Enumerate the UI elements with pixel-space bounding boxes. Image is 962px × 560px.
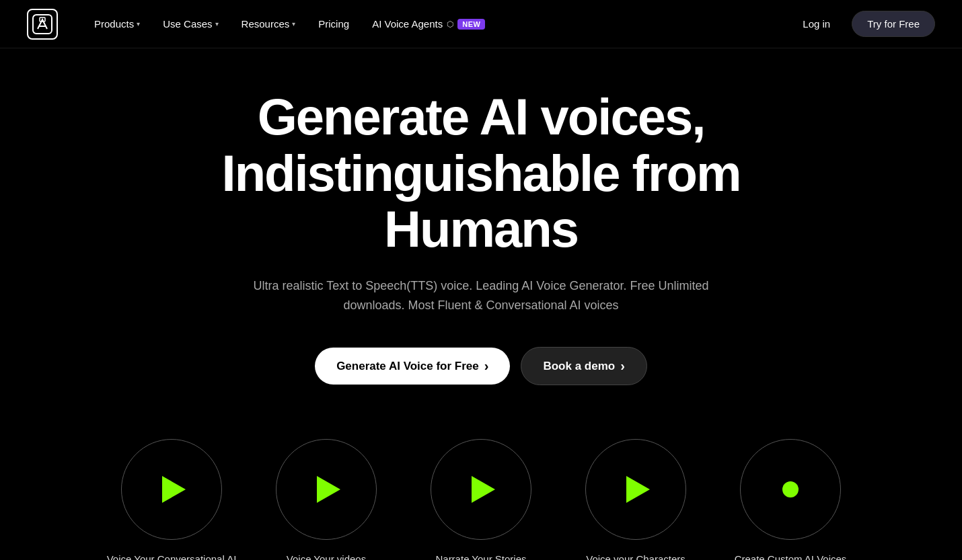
generate-voice-button[interactable]: Generate AI Voice for Free › [315,348,510,385]
hero-subtitle: Ultra realistic Text to Speech(TTS) voic… [252,276,710,315]
chevron-down-icon: ▾ [215,20,219,28]
arrow-right-icon: › [484,358,489,374]
nav-products[interactable]: Products ▾ [85,13,149,35]
dot-icon [782,481,799,497]
hero-title: Generate AI voices, Indistinguishable fr… [178,89,784,257]
voice-label-custom: Create Custom AI Voices [735,553,847,560]
nav-ai-voice-agents[interactable]: AI Voice Agents ⬡ NEW [363,13,494,35]
voice-label-videos: Voice Your videos [287,553,366,560]
logo-icon [27,9,58,40]
hero-section: Generate AI voices, Indistinguishable fr… [0,48,962,560]
voice-label-conversational: Voice Your Conversational AI [107,553,237,560]
play-button-videos[interactable] [276,439,377,540]
voice-label-stories: Narrate Your Stories [435,553,526,560]
navbar: Products ▾ Use Cases ▾ Resources ▾ Prici… [0,0,962,48]
nav-links: Products ▾ Use Cases ▾ Resources ▾ Prici… [85,13,792,35]
chevron-down-icon: ▾ [137,20,140,28]
play-button-conversational[interactable] [121,439,222,540]
voice-cards: Voice Your Conversational AI Voice Your … [27,439,935,560]
play-button-characters[interactable] [585,439,686,540]
voice-card-custom: Create Custom AI Voices [713,439,868,560]
nav-resources[interactable]: Resources ▾ [232,13,305,35]
play-button-custom[interactable] [740,439,841,540]
voice-card-videos: Voice Your videos [249,439,404,560]
chevron-down-icon: ▾ [292,20,295,28]
login-button[interactable]: Log in [792,13,841,35]
try-free-button[interactable]: Try for Free [852,11,935,37]
nav-use-cases[interactable]: Use Cases ▾ [153,13,227,35]
book-demo-button[interactable]: Book a demo › [521,347,646,385]
logo[interactable] [27,9,58,40]
voice-card-stories: Narrate Your Stories [404,439,558,560]
hero-buttons: Generate AI Voice for Free › Book a demo… [315,347,647,385]
arrow-right-icon: › [620,358,625,374]
voice-card-conversational: Voice Your Conversational AI [94,439,249,560]
voice-label-characters: Voice your Characters [586,553,686,560]
play-icon [162,476,186,503]
play-icon [626,476,650,503]
play-icon [472,476,495,503]
nav-right: Log in Try for Free [792,11,935,37]
external-link-icon: ⬡ [447,19,453,29]
play-icon [317,476,340,503]
play-button-stories[interactable] [431,439,531,540]
voice-card-characters: Voice your Characters [558,439,713,560]
nav-pricing[interactable]: Pricing [309,13,359,35]
